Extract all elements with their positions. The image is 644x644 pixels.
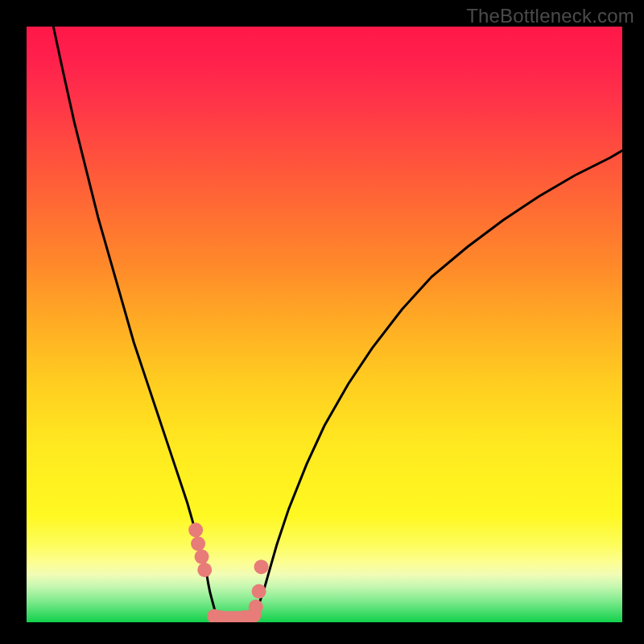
data-marker: [249, 600, 263, 614]
watermark-text: TheBottleneck.com: [466, 5, 634, 27]
data-marker: [197, 563, 212, 577]
curve-right-branch: [256, 151, 622, 617]
plot-area: [27, 27, 622, 622]
data-marker: [254, 559, 269, 574]
data-marker: [252, 584, 266, 599]
data-marker: [195, 550, 209, 564]
chart-frame: TheBottleneck.com: [0, 0, 644, 644]
marker-group: [188, 522, 268, 622]
data-marker: [188, 522, 203, 537]
data-marker: [191, 536, 205, 551]
curves-layer: [27, 27, 622, 622]
